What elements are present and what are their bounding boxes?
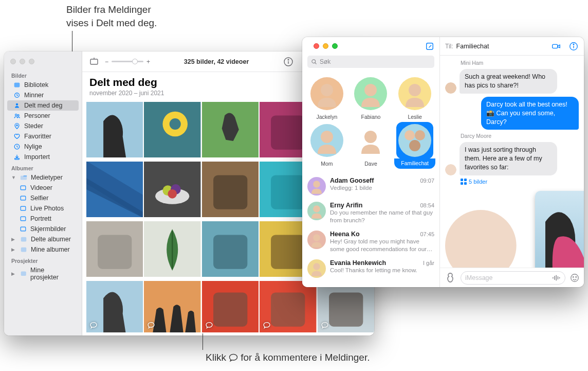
attachment-count[interactable]: 5 bilder: [445, 179, 579, 185]
pinned-contact[interactable]: Leslie: [394, 75, 435, 120]
sidebar-item-importert[interactable]: Importert: [7, 152, 79, 162]
reply-in-messages-icon[interactable]: [89, 321, 98, 329]
conversation-item[interactable]: Heena Ko07:45 Hey! Gray told me you migh…: [302, 227, 439, 256]
sender-name: Darcy Moore: [445, 133, 579, 139]
zoom-minus[interactable]: −: [105, 58, 108, 65]
photo-tile[interactable]: [144, 102, 200, 157]
avatar-icon: [445, 210, 517, 268]
sidebar-item-mine-prosjekter[interactable]: ▶ Mine prosjekter: [7, 265, 79, 282]
emoji-icon[interactable]: [569, 273, 580, 283]
pinned-contact[interactable]: Fabiano: [351, 75, 392, 120]
traffic-close-icon[interactable]: [314, 43, 319, 49]
photo-tile[interactable]: [202, 221, 259, 277]
svg-point-72: [409, 84, 421, 96]
photo-tile[interactable]: [144, 221, 200, 277]
svg-rect-98: [464, 182, 467, 185]
message-thread: Mini Ham Such a great weekend! Who has p…: [440, 56, 584, 268]
avatar-icon: [310, 77, 343, 110]
reply-in-messages-icon[interactable]: [321, 321, 329, 329]
zoom-plus[interactable]: +: [146, 58, 150, 65]
sidebar-item-skjermbilder[interactable]: Skjermbilder: [7, 224, 79, 234]
photo-tile[interactable]: [144, 281, 200, 332]
apps-icon[interactable]: [444, 272, 456, 284]
reply-in-messages-icon[interactable]: [147, 321, 155, 329]
conversation-item[interactable]: Adam Gooseff09:07 Vedlegg: 1 bilde: [302, 174, 439, 199]
disclosure-right-icon: ▶: [11, 247, 16, 252]
traffic-min-icon[interactable]: [323, 43, 328, 49]
zoom-slider[interactable]: − +: [105, 58, 150, 65]
photo-tile[interactable]: [86, 102, 143, 157]
photo-tile[interactable]: [86, 221, 143, 277]
photo-tile[interactable]: [202, 281, 259, 332]
sidebar-item-live-photos[interactable]: Live Photos: [7, 203, 79, 214]
sidebar-item-nylige[interactable]: Nylige: [7, 142, 79, 152]
media-type-icon: [20, 195, 27, 202]
traffic-max-icon[interactable]: [332, 43, 338, 49]
sidebar-item-portrett[interactable]: Portrett: [7, 214, 79, 224]
clock-icon: [13, 143, 21, 150]
conversation-name: Heena Ko: [330, 231, 360, 238]
photo-tile[interactable]: [86, 281, 143, 332]
sidebar-item-mine-albumer[interactable]: ▶ Mine albumer: [7, 244, 79, 255]
memories-icon: [13, 92, 21, 99]
info-icon[interactable]: [283, 56, 294, 67]
details-icon[interactable]: [568, 41, 579, 51]
sidebar-item-medietyper[interactable]: ▼ Medietyper: [7, 172, 79, 183]
reply-in-messages-icon[interactable]: [263, 321, 271, 329]
svg-rect-1: [14, 83, 20, 87]
sidebar-item-delt-med-deg[interactable]: Delt med deg: [7, 100, 79, 111]
compose-icon[interactable]: [425, 42, 434, 51]
svg-point-94: [445, 164, 456, 175]
photo-tile[interactable]: [86, 162, 143, 217]
svg-rect-42: [213, 175, 247, 209]
photo-tile[interactable]: [144, 162, 200, 217]
sidebar-item-steder[interactable]: Steder: [7, 121, 79, 131]
pinned-contact[interactable]: Familiechat: [394, 122, 435, 169]
media-type-icon: [20, 205, 27, 212]
sidebar-item-minner[interactable]: Minner: [7, 90, 79, 100]
svg-rect-44: [271, 175, 305, 209]
sidebar-item-label: Delt med deg: [24, 102, 62, 109]
callout-bottom: Klikk for å kommentere i Meldinger.: [206, 351, 370, 364]
pinned-contact[interactable]: Dave: [351, 122, 392, 169]
slider-knob[interactable]: [132, 59, 138, 64]
sidebar-item-videoer[interactable]: Videoer: [7, 183, 79, 193]
traffic-close-icon[interactable]: [10, 59, 16, 64]
sidebar-item-label: Personer: [24, 112, 50, 119]
import-icon: [13, 153, 21, 161]
photo-tile[interactable]: [202, 162, 259, 217]
traffic-max-icon[interactable]: [29, 59, 34, 64]
waveform-icon[interactable]: [553, 274, 561, 281]
photo-tile[interactable]: [318, 281, 374, 332]
photo-tile[interactable]: [260, 281, 316, 332]
sidebar-item-selfier[interactable]: Selfier: [7, 193, 79, 203]
pinned-contact[interactable]: Jackelyn: [306, 75, 347, 120]
facetime-icon[interactable]: [551, 41, 561, 51]
sidebar-item-personer[interactable]: Personer: [7, 111, 79, 121]
sidebar-item-delte-albumer[interactable]: ▶ Delte albumer: [7, 234, 79, 244]
photos-traffic-lights[interactable]: [4, 55, 82, 69]
sidebar-section-bilder: Bilder: [4, 69, 82, 80]
avatar-icon: [307, 202, 326, 220]
sidebar-item-label: Delte albumer: [31, 236, 71, 243]
speech-bubble-icon: [228, 352, 238, 363]
photo-attachment-stack[interactable]: [535, 189, 579, 268]
sidebar-item-bibliotek[interactable]: Bibliotek: [7, 80, 79, 90]
search-input[interactable]: Søk: [307, 56, 434, 68]
people-icon: [13, 112, 21, 119]
messages-traffic-lights[interactable]: [307, 39, 344, 54]
message-input[interactable]: iMessage: [461, 271, 565, 285]
conversation-list: Adam Gooseff09:07 Vedlegg: 1 bilde Erny …: [302, 174, 439, 281]
pinned-contact[interactable]: Mom: [306, 122, 347, 169]
conversation-item[interactable]: Erny Arifin08:54 Do you remember the nam…: [302, 199, 439, 227]
reply-in-messages-icon[interactable]: [205, 321, 213, 329]
sidebar-item-label: Selfier: [30, 195, 48, 202]
photo-tile[interactable]: [202, 102, 259, 157]
slider-track[interactable]: [112, 61, 143, 62]
aspect-icon[interactable]: [88, 56, 100, 67]
sidebar-item-favoritter[interactable]: Favoritter: [7, 131, 79, 142]
svg-rect-13: [21, 217, 26, 221]
message-placeholder: iMessage: [465, 274, 493, 281]
conversation-item[interactable]: Evania HenkewichI går Cool! Thanks for l…: [302, 256, 439, 281]
traffic-min-icon[interactable]: [20, 59, 25, 64]
